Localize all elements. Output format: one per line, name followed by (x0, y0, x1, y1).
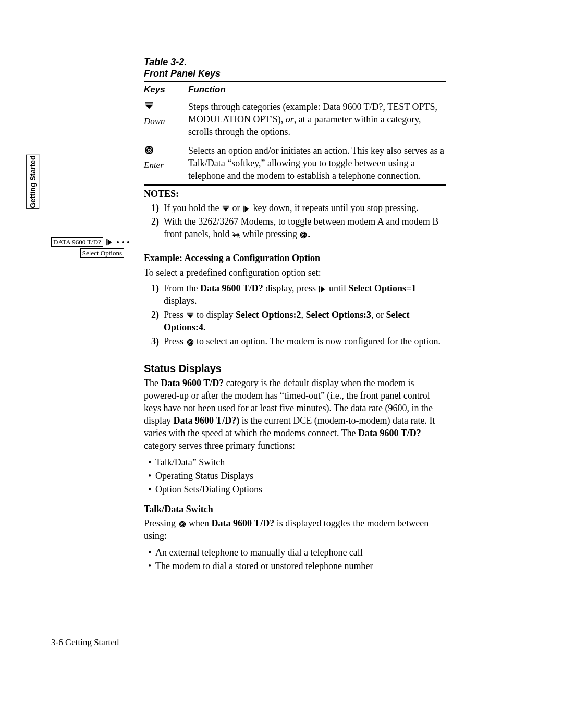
front-panel-keys-table: Keys Function Down Steps through categor… (144, 81, 446, 186)
notes-list: 1) If you hold the or key down, it repea… (144, 202, 446, 240)
list-marker: 2) (151, 215, 159, 228)
text: or (230, 203, 242, 213)
text: , or (371, 310, 386, 320)
table-func-cell: Steps through categories (example: Data … (188, 101, 446, 138)
text: , (301, 310, 306, 320)
list-marker: 1) (151, 202, 159, 214)
example-step: 2) Press to display Select Options:2, Se… (164, 309, 446, 334)
list-marker: 1) (151, 282, 159, 294)
margin-diagram-title: DATA 9600 T/D? (53, 238, 101, 246)
talk-data-para: Pressing when Data 9600 T/D? is displaye… (144, 517, 446, 542)
list-item: Option Sets/Dialing Options (155, 483, 446, 496)
table-key-label: Enter (144, 159, 188, 171)
table-key-cell: Enter (144, 144, 188, 182)
text: The (144, 378, 161, 388)
down-icon (144, 102, 154, 111)
text: when (187, 518, 212, 528)
example-steps: 1) From the Data 9600 T/D? display, pres… (144, 282, 446, 348)
text: category serves three primary functions: (144, 440, 295, 451)
notes-label: NOTES: (144, 188, 446, 200)
down-icon (186, 312, 194, 319)
text-bold: Data 9600 T/D? (358, 428, 421, 438)
list-item: Operating Status Displays (155, 470, 446, 482)
page-footer: 3-6 Getting Started (51, 637, 119, 648)
text: display, press (263, 283, 319, 293)
table-header-row: Keys Function (144, 82, 446, 97)
status-displays-heading: Status Displays (144, 362, 446, 375)
margin-diagram-row1: DATA 9600 T/D? (51, 237, 140, 247)
page: Getting Started DATA 9600 T/D? Select Op… (0, 0, 563, 728)
side-tab-text: Getting Started (26, 154, 40, 209)
list-item: An external telephone to manually dial a… (155, 546, 446, 559)
main-column: Table 3-2. Front Panel Keys Keys Functio… (144, 56, 446, 573)
margin-diagram: DATA 9600 T/D? Select Options (51, 237, 140, 258)
table-caption-line1: Table 3-2. (144, 57, 187, 67)
margin-diagram-row2: Select Options (51, 248, 140, 258)
right-icon (319, 286, 327, 293)
dot-icon (122, 241, 124, 243)
list-marker: 3) (151, 335, 159, 348)
text: to display (194, 310, 236, 320)
text: Selects an option and/or initiates an ac… (188, 145, 444, 181)
table-header-function: Function (188, 83, 446, 96)
text-bold: Select Options:2 (236, 310, 301, 320)
dot-icon (117, 241, 119, 243)
text: Press (164, 336, 186, 347)
table-header-keys: Keys (144, 83, 188, 96)
text: until (327, 283, 349, 293)
list-item: The modem to dial a stored or unstored t… (155, 560, 446, 572)
text: If you hold the (164, 203, 222, 213)
example-intro: To select a predefined configuration opt… (144, 266, 446, 279)
talk-data-bullets: An external telephone to manually dial a… (144, 546, 446, 572)
dot-icon (127, 241, 129, 243)
margin-diagram-icons (105, 239, 129, 246)
text-bold: Data 9600 T/D?) (174, 415, 240, 426)
text-bold: Data 9600 T/D? (212, 518, 275, 528)
list-marker: 2) (151, 309, 159, 321)
status-displays-para: The Data 9600 T/D? category is the defau… (144, 377, 446, 452)
text-bold: Data 9600 T/D? (200, 283, 263, 293)
margin-diagram-subtitle: Select Options (82, 249, 122, 257)
text: . (308, 229, 310, 239)
enter-icon (144, 145, 154, 155)
enter-icon (186, 339, 194, 346)
list-item: Talk/Data” Switch (155, 456, 446, 468)
table-key-label: Down (144, 115, 188, 128)
talk-data-switch-heading: Talk/Data Switch (144, 503, 446, 515)
example-step: 3) Press to select an option. The modem … (164, 335, 446, 348)
side-tab-label: Getting Started (29, 155, 37, 208)
table-row: Down Steps through categories (example: … (144, 97, 446, 141)
table-body: Down Steps through categories (example: … (144, 97, 446, 184)
text: to select an option. The modem is now co… (194, 336, 441, 347)
enter-icon (178, 521, 187, 528)
enter-icon (299, 231, 308, 239)
text-em: or (286, 114, 294, 125)
text: Pressing (144, 518, 178, 528)
notes-label-text: NOTES (144, 189, 176, 199)
text: key down, it repeats until you stop pres… (251, 203, 419, 213)
across-icon (232, 231, 240, 239)
table-key-cell: Down (144, 101, 188, 138)
example-step: 1) From the Data 9600 T/D? display, pres… (164, 282, 446, 307)
text-bold: Data 9600 T/D? (161, 378, 224, 388)
margin-diagram-title-box: DATA 9600 T/D? (51, 237, 103, 247)
right-icon (242, 205, 251, 213)
notes-item: 1) If you hold the or key down, it repea… (164, 202, 446, 214)
table-caption-line2: Front Panel Keys (144, 68, 221, 79)
table-caption: Table 3-2. Front Panel Keys (144, 56, 446, 79)
example-heading: Example: Accessing a Configuration Optio… (144, 252, 446, 264)
down-icon (222, 205, 230, 213)
text: displays. (164, 295, 197, 306)
table-row: Enter Selects an option and/or initiates… (144, 141, 446, 184)
text: From the (164, 283, 200, 293)
margin-diagram-subtitle-box: Select Options (80, 248, 124, 258)
table-func-cell: Selects an option and/or initiates an ac… (188, 144, 446, 182)
notes-colon: : (176, 189, 179, 199)
text-bold: Select Options=1 (349, 283, 417, 293)
text-bold: Select Options:3 (306, 310, 372, 320)
side-tab: Getting Started (26, 154, 40, 209)
notes-item: 2) With the 3262/3267 Modems, to toggle … (164, 215, 446, 240)
text: while pressing (240, 229, 299, 239)
status-bullets: Talk/Data” Switch Operating Status Displ… (144, 456, 446, 496)
text: Press (164, 310, 186, 320)
